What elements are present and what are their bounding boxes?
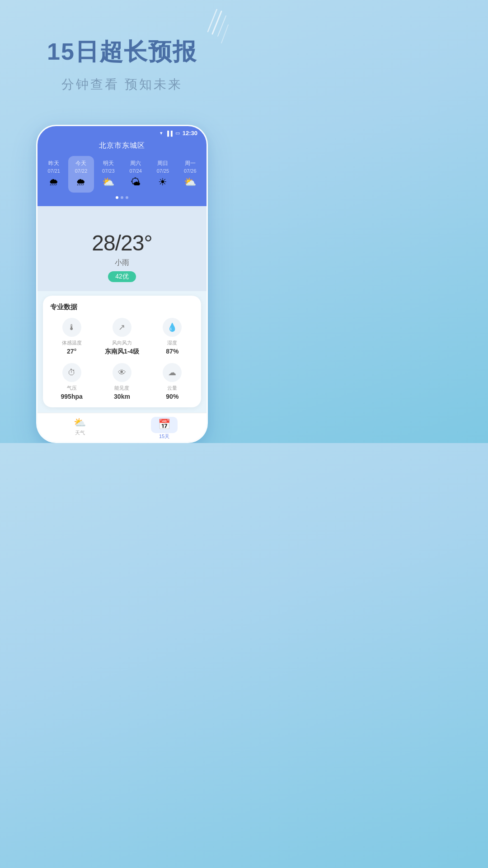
day-tab-date-5: 07/26 [178,168,202,174]
day-tab-0[interactable]: 昨天 07/21 🌧 [41,156,66,193]
nav-label-0: 天气 [38,429,122,436]
phone-mockup: ▾ ▐▐ ▭ 12:30 北京市东城区 昨天 07/21 🌧 今天 07/22 … [36,125,208,443]
data-item-0: 🌡 体感温度 27° [48,318,95,356]
data-label-2: 湿度 [149,340,196,346]
day-tab-icon-5: ⛅ [178,176,202,188]
sub-title: 分钟查看 预知未来 [18,76,226,93]
wave-separator [38,206,206,220]
data-label-5: 云量 [149,385,196,392]
day-tab-label-5: 周一 [178,160,202,167]
data-grid: 🌡 体感温度 27° ↗ 风向风力 东南风1-4级 💧 湿度 87% ⏱ 气压 … [48,318,196,400]
nav-icon-1: 📅 [158,419,170,430]
header-section: 15日超长预报 分钟查看 预知未来 [0,0,244,111]
phone-wrapper: ▾ ▐▐ ▭ 12:30 北京市东城区 昨天 07/21 🌧 今天 07/22 … [0,125,244,443]
temperature-display: 28/23° [47,231,197,255]
data-item-1: ↗ 风向风力 东南风1-4级 [99,318,145,356]
data-icon-1: ↗ [113,318,131,337]
city-name: 北京市东城区 [41,141,203,151]
data-value-1: 东南风1-4级 [99,348,145,356]
nav-icon-0: ⛅ [38,417,122,429]
dot-3 [126,196,128,199]
day-tab-3[interactable]: 周六 07/24 🌤 [123,156,148,193]
wifi-icon: ▾ [160,130,163,136]
nav-item-15天[interactable]: 📅 15天 [122,417,206,440]
day-tab-date-0: 07/21 [42,168,66,174]
data-item-4: 👁 能见度 30km [99,363,145,400]
data-label-4: 能见度 [99,385,145,392]
day-tab-icon-4: ☀ [151,176,174,188]
day-tab-2[interactable]: 明天 07/23 ⛅ [96,156,121,193]
weather-header: 北京市东城区 昨天 07/21 🌧 今天 07/22 🌧 明天 07/23 ⛅ … [38,138,206,206]
battery-icon: ▭ [175,130,180,136]
day-tab-5[interactable]: 周一 07/26 ⛅ [178,156,203,193]
data-icon-5: ☁ [163,363,182,382]
data-item-2: 💧 湿度 87% [149,318,196,356]
status-icons: ▾ ▐▐ ▭ 12:30 [160,130,197,137]
day-tab-label-1: 今天 [69,160,93,167]
day-tab-icon-0: 🌧 [42,176,66,188]
day-tab-label-4: 周日 [151,160,174,167]
dots-indicator [41,193,203,199]
data-label-3: 气压 [48,385,95,392]
aqi-badge: 42优 [108,271,136,282]
data-value-3: 995hpa [48,393,95,400]
dot-2 [121,196,123,199]
day-tab-icon-3: 🌤 [124,176,147,188]
day-tab-icon-2: ⛅ [97,176,120,188]
day-tab-icon-1: 🌧 [69,176,93,188]
day-tabs[interactable]: 昨天 07/21 🌧 今天 07/22 🌧 明天 07/23 ⛅ 周六 07/2… [41,156,203,193]
signal-icon: ▐▐ [165,131,173,136]
data-item-5: ☁ 云量 90% [149,363,196,400]
day-tab-label-0: 昨天 [42,160,66,167]
data-label-1: 风向风力 [99,340,145,346]
day-tab-label-2: 明天 [97,160,120,167]
nav-label-1: 15天 [122,433,206,440]
main-title: 15日超长预报 [18,36,226,68]
bottom-nav[interactable]: ⛅ 天气 📅 15天 [38,413,206,442]
day-tab-1[interactable]: 今天 07/22 🌧 [68,156,94,193]
data-icon-2: 💧 [163,318,182,337]
data-value-0: 27° [48,348,95,355]
data-value-4: 30km [99,393,145,400]
weather-description: 小雨 [47,258,197,268]
status-bar: ▾ ▐▐ ▭ 12:30 [38,126,206,138]
data-value-2: 87% [149,348,196,355]
data-icon-0: 🌡 [62,318,81,337]
data-item-3: ⏱ 气压 995hpa [48,363,95,400]
day-tab-date-3: 07/24 [124,168,147,174]
data-icon-3: ⏱ [62,363,81,382]
day-tab-4[interactable]: 周日 07/25 ☀ [150,156,175,193]
data-value-5: 90% [149,393,196,400]
day-tab-date-4: 07/25 [151,168,174,174]
day-tab-date-1: 07/22 [69,168,93,174]
day-tab-label-3: 周六 [124,160,147,167]
nav-item-天气[interactable]: ⛅ 天气 [38,417,122,440]
status-time: 12:30 [183,130,197,137]
weather-main: 28/23° 小雨 42优 [38,220,206,291]
data-icon-4: 👁 [113,363,131,382]
data-card-title: 专业数据 [48,303,196,311]
dot-1 [116,196,118,199]
data-card: 专业数据 🌡 体感温度 27° ↗ 风向风力 东南风1-4级 💧 湿度 87% … [43,296,201,407]
data-label-0: 体感温度 [48,340,95,346]
day-tab-date-2: 07/23 [97,168,120,174]
